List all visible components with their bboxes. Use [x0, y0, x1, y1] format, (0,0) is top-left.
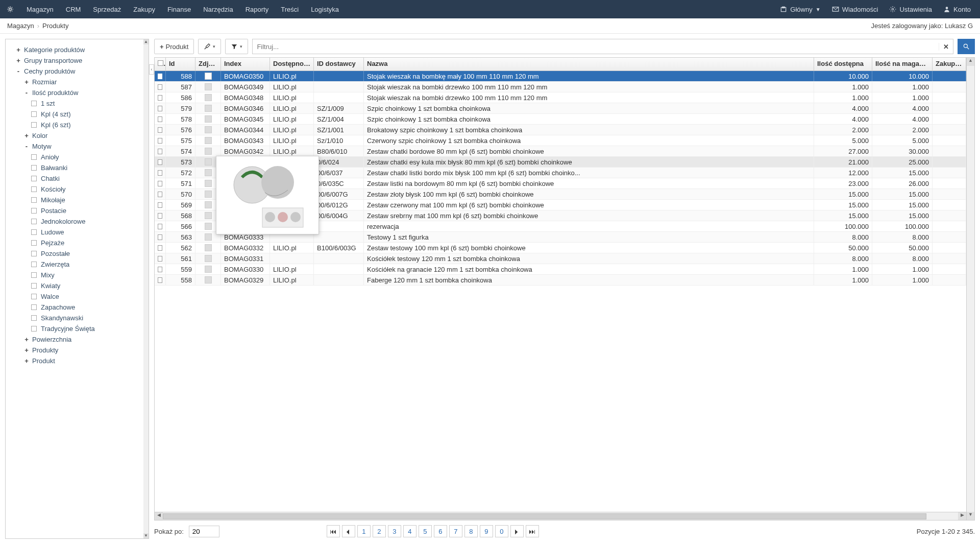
tree-checkbox[interactable] — [31, 111, 37, 117]
tree-node[interactable]: Zapachowe — [30, 302, 145, 313]
expand-icon[interactable]: + — [23, 346, 30, 354]
tree-checkbox[interactable] — [31, 186, 37, 192]
tree-node[interactable]: Mixy — [30, 270, 145, 280]
splitter[interactable]: ‹ — [149, 34, 154, 544]
pager-page[interactable]: 3 — [388, 525, 401, 537]
row-checkbox[interactable] — [158, 234, 162, 240]
menu-zakupy[interactable]: Zakupy — [128, 2, 160, 17]
row-checkbox[interactable] — [158, 106, 162, 111]
tree-checkbox[interactable] — [31, 219, 37, 224]
pager-next[interactable]: ⏵ — [510, 525, 524, 537]
page-size-input[interactable] — [189, 526, 219, 537]
tree-node[interactable]: +Powierzchnia — [22, 334, 145, 345]
tools-button[interactable]: ▾ — [198, 39, 221, 54]
sidebar-scrollbar[interactable]: ▲▼ — [143, 39, 149, 538]
pager-page[interactable]: 9 — [480, 525, 493, 537]
pager-page[interactable]: 4 — [403, 525, 416, 537]
menu-treści[interactable]: Treści — [276, 2, 304, 17]
messages-link[interactable]: Wiadomości — [828, 3, 883, 16]
tree-checkbox[interactable] — [31, 154, 37, 160]
column-header[interactable]: Nazwa — [364, 58, 814, 70]
column-header[interactable]: Id — [166, 58, 195, 70]
column-header[interactable]: Dostępność — [270, 58, 314, 70]
row-checkbox[interactable] — [158, 127, 162, 133]
tree-node[interactable]: +Rozmiar — [22, 77, 145, 87]
tree-checkbox[interactable] — [31, 315, 37, 321]
table-row[interactable]: 575BOMAG0343LILIO.plSz/1/010Czerwony szp… — [155, 135, 966, 146]
tree-checkbox[interactable] — [31, 208, 37, 214]
pager-page[interactable]: 5 — [419, 525, 432, 537]
grid-h-scrollbar[interactable]: ◀▶ — [155, 512, 966, 520]
column-header[interactable]: ID dostawcy — [314, 58, 364, 70]
row-checkbox[interactable] — [158, 95, 162, 101]
table-row[interactable]: 579BOMAG0346LILIO.plSZ/1/009Szpic choink… — [155, 103, 966, 114]
table-row[interactable]: 561BOMAG0331Kościółek testowy 120 mm 1 s… — [155, 253, 966, 264]
tree-node[interactable]: Kwiaty — [30, 280, 145, 291]
table-row[interactable]: 588BOMAG0350LILIO.plStojak wieszak na bo… — [155, 71, 966, 82]
tree-checkbox[interactable] — [31, 101, 37, 106]
tree-node[interactable]: +Kolor — [22, 130, 145, 141]
row-checkbox[interactable] — [158, 245, 162, 251]
pager-page[interactable]: 6 — [434, 525, 447, 537]
filter-input[interactable] — [253, 43, 939, 51]
tree-node[interactable]: -Motyw — [22, 141, 145, 152]
row-checkbox[interactable] — [158, 170, 162, 176]
table-row[interactable]: 586BOMAG0348LILIO.plStojak wieszak na bo… — [155, 92, 966, 103]
settings-link[interactable]: Ustawienia — [885, 3, 936, 16]
menu-narzędzia[interactable]: Narzędzia — [198, 2, 238, 17]
grid-v-scrollbar[interactable]: ▲▼ — [966, 58, 974, 520]
tree-checkbox[interactable] — [31, 294, 37, 299]
menu-sprzedaż[interactable]: Sprzedaż — [88, 2, 126, 17]
column-header[interactable]: Ilość na magazyn... — [872, 58, 933, 70]
filter-button[interactable]: ▾ — [225, 39, 248, 54]
tree-node[interactable]: Kościoły — [30, 184, 145, 195]
tree-checkbox[interactable] — [31, 283, 37, 289]
row-checkbox[interactable] — [158, 159, 162, 165]
table-row[interactable]: 587BOMAG0349LILIO.plStojak wieszak na bo… — [155, 82, 966, 92]
pager-page[interactable]: 1 — [357, 525, 371, 537]
tree-node[interactable]: Anioły — [30, 152, 145, 162]
row-checkbox[interactable] — [158, 224, 162, 229]
pager-page[interactable]: 0 — [495, 525, 508, 537]
tree-checkbox[interactable] — [31, 272, 37, 278]
row-checkbox[interactable] — [158, 138, 162, 144]
tree-node[interactable]: Zwierzęta — [30, 259, 145, 270]
tree-checkbox[interactable] — [31, 262, 37, 267]
tree-checkbox[interactable] — [31, 197, 37, 203]
tree-node[interactable]: +Produkt — [22, 356, 145, 366]
table-row[interactable]: 578BOMAG0345LILIO.plSZ/1/004Szpic choink… — [155, 114, 966, 125]
expand-icon[interactable]: + — [23, 336, 30, 343]
tree-node[interactable]: +Produkty — [22, 345, 145, 356]
tree-node[interactable]: Tradycyjne Święta — [30, 323, 145, 334]
table-row[interactable]: 559BOMAG0330LILIO.plKościółek na granaci… — [155, 264, 966, 275]
breadcrumb-root[interactable]: Magazyn — [7, 22, 34, 30]
select-all-checkbox[interactable] — [158, 60, 163, 66]
pager-first[interactable]: ⏮ — [327, 525, 340, 537]
collapse-icon[interactable]: - — [23, 89, 30, 97]
pager-last[interactable]: ⏭ — [526, 525, 539, 537]
account-link[interactable]: Konto — [939, 3, 975, 16]
pager-page[interactable]: 7 — [449, 525, 462, 537]
tree-node[interactable]: Walce — [30, 291, 145, 302]
tree-node[interactable]: -Cechy produktów — [14, 66, 145, 77]
tree-checkbox[interactable] — [31, 304, 37, 310]
tree-node[interactable]: Skandynawski — [30, 313, 145, 323]
menu-crm[interactable]: CRM — [61, 2, 86, 17]
tree-node[interactable]: Postacie — [30, 205, 145, 216]
tree-checkbox[interactable] — [31, 326, 37, 332]
tree-node[interactable]: Kpl (6 szt) — [30, 120, 145, 130]
tree-node[interactable]: Jednokolorowe — [30, 216, 145, 227]
row-checkbox[interactable] — [158, 116, 162, 122]
column-header[interactable]: Zdjęcie — [195, 58, 221, 70]
column-header[interactable] — [155, 58, 166, 70]
clear-filter-icon[interactable]: ✕ — [939, 43, 953, 51]
tree-node[interactable]: Pejzaże — [30, 238, 145, 248]
menu-logistyka[interactable]: Logistyka — [306, 2, 344, 17]
collapse-icon[interactable]: - — [15, 67, 22, 75]
expand-icon[interactable]: + — [15, 46, 22, 54]
row-checkbox[interactable] — [158, 181, 162, 186]
menu-raporty[interactable]: Raporty — [240, 2, 274, 17]
menu-magazyn[interactable]: Magazyn — [21, 2, 59, 17]
collapse-sidebar-icon[interactable]: ‹ — [149, 64, 154, 75]
expand-icon[interactable]: + — [23, 357, 30, 365]
